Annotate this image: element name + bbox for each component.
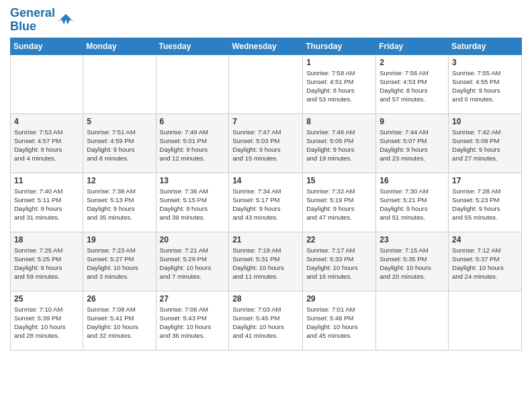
- calendar-cell: 11Sunrise: 7:40 AMSunset: 5:11 PMDayligh…: [11, 173, 83, 232]
- calendar-cell: 21Sunrise: 7:19 AMSunset: 5:31 PMDayligh…: [229, 232, 303, 291]
- calendar-cell: 16Sunrise: 7:30 AMSunset: 5:21 PMDayligh…: [376, 173, 449, 232]
- calendar-cell: [83, 54, 156, 113]
- calendar-cell: 5Sunrise: 7:51 AMSunset: 4:59 PMDaylight…: [83, 113, 156, 173]
- day-info: Sunrise: 7:55 AMSunset: 4:55 PMDaylight:…: [452, 68, 518, 104]
- day-number: 17: [452, 176, 518, 185]
- calendar-cell: 27Sunrise: 7:06 AMSunset: 5:43 PMDayligh…: [156, 291, 229, 350]
- day-info: Sunrise: 7:01 AMSunset: 5:46 PMDaylight:…: [306, 305, 372, 340]
- calendar-cell: 2Sunrise: 7:56 AMSunset: 4:53 PMDaylight…: [376, 54, 449, 113]
- calendar-cell: 4Sunrise: 7:53 AMSunset: 4:57 PMDaylight…: [11, 113, 83, 173]
- calendar-cell: 14Sunrise: 7:34 AMSunset: 5:17 PMDayligh…: [229, 173, 303, 232]
- page-container: General Blue SundayMondayTuesdayWednesda…: [0, 0, 532, 354]
- calendar-week-row: 18Sunrise: 7:25 AMSunset: 5:25 PMDayligh…: [11, 232, 522, 291]
- day-info: Sunrise: 7:34 AMSunset: 5:17 PMDaylight:…: [232, 187, 299, 222]
- day-number: 14: [232, 176, 299, 185]
- calendar-cell: 29Sunrise: 7:01 AMSunset: 5:46 PMDayligh…: [303, 291, 376, 350]
- day-info: Sunrise: 7:46 AMSunset: 5:05 PMDaylight:…: [306, 128, 372, 163]
- calendar-cell: 22Sunrise: 7:17 AMSunset: 5:33 PMDayligh…: [303, 232, 376, 291]
- svg-marker-0: [58, 13, 74, 24]
- day-number: 20: [160, 235, 226, 244]
- calendar-cell: 3Sunrise: 7:55 AMSunset: 4:55 PMDaylight…: [449, 54, 522, 113]
- weekday-header-tuesday: Tuesday: [156, 38, 229, 54]
- calendar-cell: 20Sunrise: 7:21 AMSunset: 5:29 PMDayligh…: [156, 232, 229, 291]
- day-info: Sunrise: 7:25 AMSunset: 5:25 PMDaylight:…: [14, 246, 79, 281]
- calendar-body: 1Sunrise: 7:58 AMSunset: 4:51 PMDaylight…: [11, 54, 522, 350]
- day-number: 10: [452, 117, 518, 126]
- calendar-cell: 25Sunrise: 7:10 AMSunset: 5:39 PMDayligh…: [11, 291, 83, 350]
- calendar-cell: 17Sunrise: 7:28 AMSunset: 5:23 PMDayligh…: [449, 173, 522, 232]
- day-number: 25: [14, 294, 79, 304]
- calendar-cell: 24Sunrise: 7:12 AMSunset: 5:37 PMDayligh…: [449, 232, 522, 291]
- day-number: 19: [87, 235, 152, 244]
- day-number: 3: [452, 58, 518, 67]
- calendar-cell: 19Sunrise: 7:23 AMSunset: 5:27 PMDayligh…: [83, 232, 156, 291]
- day-number: 21: [232, 235, 299, 244]
- day-number: 7: [232, 117, 299, 126]
- calendar-header: SundayMondayTuesdayWednesdayThursdayFrid…: [11, 38, 522, 54]
- logo-bird-icon: [56, 11, 75, 30]
- day-info: Sunrise: 7:10 AMSunset: 5:39 PMDaylight:…: [14, 305, 79, 340]
- calendar-cell: 6Sunrise: 7:49 AMSunset: 5:01 PMDaylight…: [156, 113, 229, 173]
- day-number: 8: [306, 117, 372, 126]
- day-info: Sunrise: 7:08 AMSunset: 5:41 PMDaylight:…: [87, 305, 152, 340]
- day-info: Sunrise: 7:42 AMSunset: 5:09 PMDaylight:…: [452, 128, 518, 163]
- calendar-cell: [376, 291, 449, 350]
- day-info: Sunrise: 7:06 AMSunset: 5:43 PMDaylight:…: [160, 305, 226, 340]
- day-info: Sunrise: 7:28 AMSunset: 5:23 PMDaylight:…: [452, 187, 518, 222]
- calendar-cell: 18Sunrise: 7:25 AMSunset: 5:25 PMDayligh…: [11, 232, 83, 291]
- weekday-header-thursday: Thursday: [303, 38, 376, 54]
- day-number: 6: [160, 117, 226, 126]
- weekday-row: SundayMondayTuesdayWednesdayThursdayFrid…: [11, 38, 522, 54]
- day-number: 26: [87, 294, 152, 304]
- day-info: Sunrise: 7:30 AMSunset: 5:21 PMDaylight:…: [380, 187, 445, 222]
- calendar-cell: 28Sunrise: 7:03 AMSunset: 5:45 PMDayligh…: [229, 291, 303, 350]
- day-number: 28: [232, 294, 299, 304]
- day-number: 9: [380, 117, 445, 126]
- calendar-week-row: 4Sunrise: 7:53 AMSunset: 4:57 PMDaylight…: [11, 113, 522, 173]
- day-number: 29: [306, 294, 372, 304]
- day-info: Sunrise: 7:12 AMSunset: 5:37 PMDaylight:…: [452, 246, 518, 281]
- day-number: 12: [87, 176, 152, 185]
- day-number: 27: [160, 294, 226, 304]
- day-info: Sunrise: 7:17 AMSunset: 5:33 PMDaylight:…: [306, 246, 372, 281]
- day-info: Sunrise: 7:38 AMSunset: 5:13 PMDaylight:…: [87, 187, 152, 222]
- calendar-cell: 23Sunrise: 7:15 AMSunset: 5:35 PMDayligh…: [376, 232, 449, 291]
- day-info: Sunrise: 7:51 AMSunset: 4:59 PMDaylight:…: [87, 128, 152, 163]
- weekday-header-wednesday: Wednesday: [229, 38, 303, 54]
- calendar-table: SundayMondayTuesdayWednesdayThursdayFrid…: [10, 38, 522, 351]
- day-info: Sunrise: 7:44 AMSunset: 5:07 PMDaylight:…: [380, 128, 445, 163]
- day-info: Sunrise: 7:53 AMSunset: 4:57 PMDaylight:…: [14, 128, 79, 163]
- day-number: 4: [14, 117, 79, 126]
- logo: General Blue: [10, 7, 75, 34]
- weekday-header-sunday: Sunday: [11, 38, 83, 54]
- calendar-cell: 12Sunrise: 7:38 AMSunset: 5:13 PMDayligh…: [83, 173, 156, 232]
- day-number: 11: [14, 176, 79, 185]
- calendar-cell: [156, 54, 229, 113]
- weekday-header-friday: Friday: [376, 38, 449, 54]
- day-info: Sunrise: 7:32 AMSunset: 5:19 PMDaylight:…: [306, 187, 372, 222]
- calendar-cell: 15Sunrise: 7:32 AMSunset: 5:19 PMDayligh…: [303, 173, 376, 232]
- day-number: 1: [306, 58, 372, 67]
- logo-text: General Blue: [10, 7, 55, 34]
- calendar-cell: 1Sunrise: 7:58 AMSunset: 4:51 PMDaylight…: [303, 54, 376, 113]
- calendar-week-row: 1Sunrise: 7:58 AMSunset: 4:51 PMDaylight…: [11, 54, 522, 113]
- day-info: Sunrise: 7:58 AMSunset: 4:51 PMDaylight:…: [306, 68, 372, 104]
- page-header: General Blue: [10, 7, 522, 34]
- day-info: Sunrise: 7:49 AMSunset: 5:01 PMDaylight:…: [160, 128, 226, 163]
- day-number: 13: [160, 176, 226, 185]
- day-info: Sunrise: 7:19 AMSunset: 5:31 PMDaylight:…: [232, 246, 299, 281]
- day-number: 23: [380, 235, 445, 244]
- weekday-header-saturday: Saturday: [449, 38, 522, 54]
- day-number: 2: [380, 58, 445, 67]
- day-number: 16: [380, 176, 445, 185]
- calendar-cell: [449, 291, 522, 350]
- day-number: 22: [306, 235, 372, 244]
- day-info: Sunrise: 7:36 AMSunset: 5:15 PMDaylight:…: [160, 187, 226, 222]
- day-info: Sunrise: 7:23 AMSunset: 5:27 PMDaylight:…: [87, 246, 152, 281]
- calendar-cell: 7Sunrise: 7:47 AMSunset: 5:03 PMDaylight…: [229, 113, 303, 173]
- calendar-cell: 8Sunrise: 7:46 AMSunset: 5:05 PMDaylight…: [303, 113, 376, 173]
- calendar-cell: 26Sunrise: 7:08 AMSunset: 5:41 PMDayligh…: [83, 291, 156, 350]
- day-number: 24: [452, 235, 518, 244]
- day-info: Sunrise: 7:15 AMSunset: 5:35 PMDaylight:…: [380, 246, 445, 281]
- day-info: Sunrise: 7:47 AMSunset: 5:03 PMDaylight:…: [232, 128, 299, 163]
